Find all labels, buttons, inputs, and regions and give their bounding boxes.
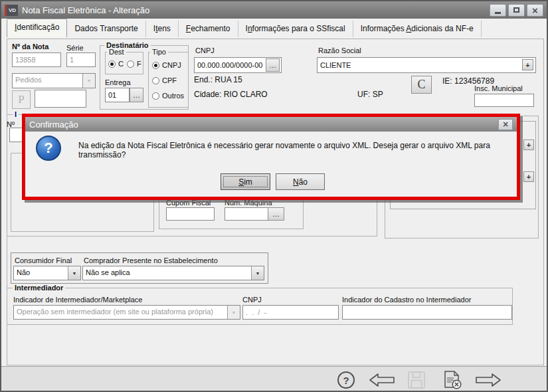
uf-text: UF: SP <box>357 90 383 99</box>
radio-outros-icon <box>152 92 159 100</box>
tipo-radio-cnpj[interactable]: CNPJ <box>152 61 181 69</box>
title-bar: VD Nota Fiscal Eletrônica - Alteração × <box>1 1 547 19</box>
comprador-combo[interactable]: Não se aplica ▼ <box>82 266 264 280</box>
comprador-arrow-icon: ▼ <box>251 266 264 280</box>
comprador-value: Não se aplica <box>83 266 251 280</box>
entrega-ellipsis-button[interactable]: … <box>130 88 143 102</box>
dialog-title: Confirmação <box>29 120 78 130</box>
dest-radio-f[interactable]: F <box>127 60 141 68</box>
window-title: Nota Fiscal Eletrônica - Alteração <box>22 5 149 15</box>
razao-social-input[interactable] <box>317 57 536 73</box>
num-maquina-ellipsis-button[interactable]: … <box>268 207 284 221</box>
maximize-button[interactable] <box>508 4 525 17</box>
hidden-left-group-label: I <box>13 110 19 118</box>
tab-fechamento[interactable]: Fechamento <box>179 21 238 37</box>
dest-radio-c[interactable]: C <box>108 60 124 68</box>
num-nota-label: Nº da Nota <box>12 43 48 50</box>
radio-f-icon <box>127 60 134 68</box>
bottom-toolbar <box>1 366 547 391</box>
tab-dados-transporte[interactable]: Dados Transporte <box>67 21 145 37</box>
minimize-button[interactable] <box>490 4 506 17</box>
c-button[interactable]: C <box>411 76 432 94</box>
help-icon[interactable]: ? <box>337 371 355 389</box>
dest-group-label: Dest <box>107 48 126 56</box>
add-button-1[interactable]: + <box>523 140 534 150</box>
minimize-icon <box>495 12 501 14</box>
app-icon: VD <box>5 5 18 16</box>
tab-bar: Identificação Dados Transporte Itens Fec… <box>1 19 547 37</box>
serie-label: Série <box>66 44 84 52</box>
pedido-numero-input[interactable] <box>35 90 86 108</box>
endereco-text: End.: RUA 15 <box>194 75 242 84</box>
consumidor-final-arrow-icon: ▼ <box>68 266 80 280</box>
serie-input <box>66 52 96 67</box>
close-button[interactable]: × <box>527 4 543 17</box>
radio-cpf-icon <box>152 77 159 84</box>
razao-social-label: Razão Social <box>318 47 361 54</box>
pedidos-combo: Pedidos ▼ <box>12 73 96 88</box>
indicador-intermediador-arrow-icon: ▼ <box>227 306 240 319</box>
indicador-intermediador-value: Operação sem intermediador (em site ou p… <box>14 306 227 319</box>
cidade-text: Cidade: RIO CLARO <box>194 90 268 99</box>
radio-cnpj-icon <box>152 62 159 69</box>
indicador-intermediador-label: Indicador de Intermediador/Marketplace <box>13 296 142 304</box>
p-button: P <box>12 90 31 109</box>
back-arrow-icon[interactable] <box>369 373 395 387</box>
dialog-close-button[interactable]: × <box>498 119 513 130</box>
cancel-document-icon[interactable] <box>442 370 463 390</box>
confirmation-dialog: Confirmação × ? Na edição da Nota Fiscal… <box>22 114 520 200</box>
tab-informacoes-adicionais-nfe[interactable]: Informações Adicionais da NF-e <box>353 21 482 37</box>
intermediador-cnpj-label: CNPJ <box>242 296 262 304</box>
insc-municipal-input[interactable] <box>474 94 534 107</box>
nao-button[interactable]: Não <box>276 173 325 190</box>
consumidor-final-value: Não <box>14 266 68 280</box>
tab-itens[interactable]: Itens <box>146 21 179 37</box>
intermediador-group-label: Intermediador <box>13 284 65 292</box>
comprador-label: Comprador Presente no Estabelecimento <box>84 256 218 264</box>
consumidor-final-combo[interactable]: Não ▼ <box>13 266 81 280</box>
cnpj-label: CNPJ <box>195 47 215 54</box>
cnpj-ellipsis-button[interactable]: … <box>266 58 280 72</box>
sim-button[interactable]: Sim <box>221 173 270 190</box>
indicador-intermediador-combo: Operação sem intermediador (em site ou p… <box>13 305 240 320</box>
dialog-message: Na edição da Nota Fiscal Eletrônica é ne… <box>78 141 507 159</box>
consumidor-final-label: Consumidor Final <box>15 256 72 264</box>
save-icon <box>407 371 426 389</box>
tipo-radio-cpf[interactable]: CPF <box>152 76 177 84</box>
dialog-title-bar: Confirmação × <box>25 117 517 132</box>
entrega-label: Entrega <box>105 78 131 86</box>
razao-social-add-button[interactable]: + <box>522 59 533 70</box>
tab-identificacao[interactable]: Identificação <box>7 19 67 37</box>
tipo-radio-outros[interactable]: Outros <box>152 92 184 100</box>
question-icon: ? <box>36 136 61 161</box>
pedidos-combo-value: Pedidos <box>13 74 82 88</box>
pedidos-combo-arrow-icon: ▼ <box>82 74 95 88</box>
insc-municipal-label: Insc. Municipal <box>474 84 523 92</box>
maximize-icon <box>513 7 519 13</box>
entrega-input[interactable] <box>105 88 130 102</box>
radio-c-icon <box>108 60 116 68</box>
num-maquina-input[interactable] <box>225 207 268 221</box>
cupom-fiscal-input[interactable] <box>166 207 215 221</box>
forward-arrow-icon[interactable] <box>475 373 502 387</box>
intermediador-cnpj-input <box>242 305 339 320</box>
indicador-cadastro-input[interactable] <box>342 305 512 320</box>
tab-informacoes-ssfiscal[interactable]: Informações para o SSfiscal <box>238 21 353 37</box>
app-window: VD Nota Fiscal Eletrônica - Alteração × … <box>0 0 548 392</box>
add-button-2[interactable]: + <box>523 171 534 182</box>
indicador-cadastro-label: Indicador do Cadastro no Intermediador <box>342 296 471 304</box>
num-nota-input <box>12 52 61 67</box>
close-icon: × <box>532 5 538 15</box>
tipo-group-label: Tipo <box>150 48 168 56</box>
